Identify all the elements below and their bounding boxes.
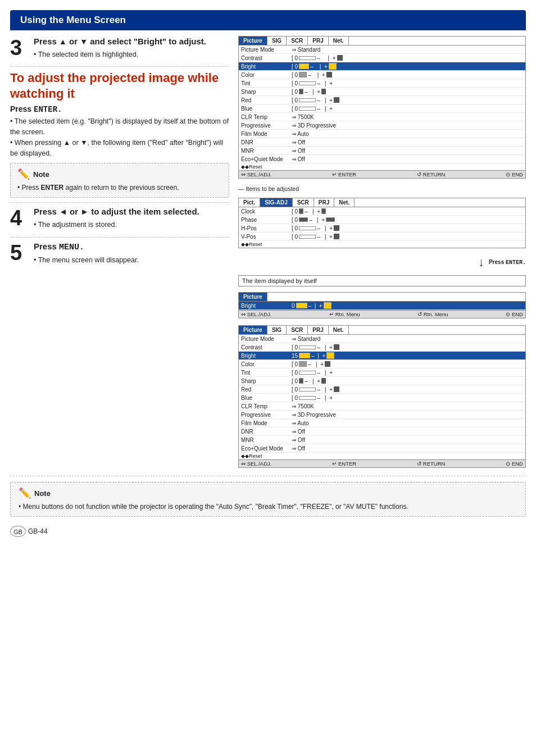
- right-column: Picture SIG SCR PRJ Net. Picture Mode ⇒ …: [238, 36, 526, 470]
- panel1-blue: Blue [ 0 – | +: [239, 104, 525, 113]
- panel1-film-mode: Film Mode ⇒ Auto: [239, 130, 525, 138]
- panel1-tab-picture: Picture: [239, 37, 267, 45]
- panel1-sharp: Sharp [ 0 – | +: [239, 88, 525, 96]
- panel3-footer-rtn-menu: ↵ Rtn. Menu: [329, 311, 360, 317]
- sigadj-tab-prj: PRJ: [314, 198, 334, 207]
- page-title: Using the Menu Screen: [20, 15, 126, 26]
- separator-1: [10, 66, 229, 67]
- panel1-dnr: DNR ⇒ Off: [239, 138, 525, 147]
- panel1-tab-scr: SCR: [287, 37, 308, 45]
- panel4-progressive: Progressive ⇒ 3D Progressive: [239, 411, 525, 419]
- panel4-tint: Tint [ 0 – | +: [239, 368, 525, 377]
- separator-2: [10, 202, 229, 203]
- red-heading: To adjust the projected image while watc…: [10, 70, 229, 101]
- step-4-body: The adjustment is stored.: [34, 220, 229, 230]
- step-3-content: Press ▲ or ▼ and select "Bright" to adju…: [34, 36, 229, 60]
- step-5-number: 5: [10, 242, 34, 263]
- sigadj-tab-scr: SCR: [293, 198, 314, 207]
- sigadj-tab-net: Net.: [334, 198, 355, 207]
- step-4-block: 4 Press ◄ or ► to adjust the item select…: [10, 206, 229, 230]
- panel3-bright: Bright 0 – | +: [239, 302, 525, 310]
- panel4-picture-mode: Picture Mode ⇒ Standard: [239, 335, 525, 343]
- panel4-film-mode: Film Mode ⇒ Auto: [239, 419, 525, 427]
- note-1-body: • Press ENTER again to return to the pre…: [17, 183, 222, 193]
- sigadj-reset: ◆◆Reset: [239, 241, 525, 248]
- step-4-number: 4: [10, 207, 34, 229]
- sigadj-hpos: H-Pos [ 0 – | +: [239, 224, 525, 233]
- panel1-tab-prj: PRJ: [308, 37, 328, 45]
- panel4-red: Red [ 0 – | +: [239, 385, 525, 394]
- panel4-footer: ⇔ SEL./ADJ. ↵ ENTER ↺ RETURN ⊙ END: [239, 459, 525, 467]
- panel1-footer-sel: ⇔ SEL./ADJ.: [241, 171, 271, 177]
- sigadj-clock: Clock [ 0 – | +: [239, 207, 525, 216]
- sigadj-panel: Pict. SIG-ADJ SCR PRJ Net. Clock [ 0 – |…: [238, 198, 526, 248]
- note-1-title: ✏️ Note: [17, 168, 222, 180]
- step-3-number: 3: [10, 37, 34, 58]
- panel4-tab-net: Net.: [329, 326, 349, 334]
- panel1-color: Color [ 0 – | +: [239, 71, 525, 79]
- press-enter-text: Press ENTER.: [489, 259, 526, 266]
- press-enter-body: The selected item (e.g. "Bright") is dis…: [10, 116, 229, 158]
- panel4-sharp: Sharp [ 0 – | +: [239, 377, 525, 385]
- panel3-tab-picture: Picture: [239, 293, 267, 301]
- step-4-title: Press ◄ or ► to adjust the item selected…: [34, 206, 229, 217]
- step-4-bullet-1: The adjustment is stored.: [34, 220, 229, 230]
- panel1-footer: ⇔ SEL./ADJ. ↵ ENTER ↺ RETURN ⊙ END: [239, 170, 525, 178]
- panel1-red: Red [ 0 – | +: [239, 96, 525, 104]
- panel4-tab-sig: SIG: [267, 326, 287, 334]
- panel4-dnr: DNR ⇒ Off: [239, 427, 525, 436]
- menu-panel-1: Picture SIG SCR PRJ Net. Picture Mode ⇒ …: [238, 36, 526, 179]
- panel4-footer-enter: ↵ ENTER: [332, 461, 356, 467]
- press-enter-arrow: ↓: [478, 255, 484, 270]
- panel1-tab-net: Net.: [329, 37, 349, 45]
- panel4-reset: ◆◆Reset: [239, 453, 525, 459]
- panel1-tint: Tint [ 0 – | +: [239, 79, 525, 88]
- step-3-block: 3 Press ▲ or ▼ and select "Bright" to ad…: [10, 36, 229, 60]
- step-5-title: Press MENU.: [34, 241, 229, 253]
- panel1-progressive: Progressive ⇒ 3D Progressive: [239, 121, 525, 130]
- panel4-blue: Blue [ 0 – | +: [239, 394, 525, 402]
- panel4-contrast: Contrast [ 0 – | +: [239, 343, 525, 352]
- left-column: 3 Press ▲ or ▼ and select "Bright" to ad…: [10, 36, 229, 470]
- separator-3: [10, 237, 229, 238]
- press-enter-heading: Press ENTER.: [10, 104, 229, 114]
- page-footer: GB GB-44: [0, 522, 536, 540]
- step-5-bullet-1: The menu screen will disappear.: [34, 255, 229, 266]
- panel1-footer-return: ↺ RETURN: [417, 171, 445, 177]
- sigadj-tab-pict: Pict.: [239, 198, 260, 207]
- panel4-header: Picture SIG SCR PRJ Net.: [239, 326, 525, 335]
- panel4-mnr: MNR ⇒ Off: [239, 436, 525, 444]
- panel1-contrast: Contrast [ 0 – | +: [239, 54, 525, 62]
- panel1-clr-temp: CLR Temp ⇒ 7500K: [239, 113, 525, 121]
- panel4-footer-end: ⊙ END: [506, 461, 523, 467]
- panel3-footer-sel: ⇔ SEL./ADJ.: [241, 311, 271, 317]
- sigadj-phase: Phase [ 0 – | +: [239, 216, 525, 224]
- panel4-footer-sel: ⇔ SEL./ADJ.: [241, 461, 271, 467]
- step-5-content: Press MENU. The menu screen will disappe…: [34, 241, 229, 266]
- items-label: — Items to be adjusted: [238, 185, 526, 192]
- note-2-body: • Menu buttons do not function while the…: [19, 502, 517, 512]
- sigadj-tab-sigadj: SIG-ADJ: [260, 198, 293, 207]
- panel3: Picture Bright 0 – | + ⇔ SEL./ADJ. ↵ Rtn…: [238, 292, 526, 318]
- panel4-eco-quiet: Eco+Quiet Mode ⇒ Off: [239, 444, 525, 453]
- panel4-tab-prj: PRJ: [308, 326, 328, 334]
- sigadj-vpos: V-Pos [ 0 – | +: [239, 233, 525, 241]
- note-2-title: ✏️ Note: [19, 487, 517, 499]
- page-header: Using the Menu Screen: [10, 10, 526, 30]
- panel1-bright: Bright [ 0 – | +: [239, 62, 525, 71]
- panel3-footer: ⇔ SEL./ADJ. ↵ Rtn. Menu ↺ Rtn. Menu ⊙ EN…: [239, 310, 525, 318]
- step-3-title: Press ▲ or ▼ and select "Bright" to adju…: [34, 36, 229, 47]
- panel4-footer-return: ↺ RETURN: [417, 461, 445, 467]
- press-enter-indicator: ↓ Press ENTER.: [238, 255, 526, 270]
- panel4-color: Color [ 0 – | +: [239, 360, 525, 368]
- press-enter-bullet-1: The selected item (e.g. "Bright") is dis…: [10, 116, 229, 138]
- displayed-label: The item displayed by itself: [238, 275, 526, 286]
- panel4-tab-scr: SCR: [287, 326, 308, 334]
- bottom-separator: [10, 476, 526, 476]
- panel4-clr-temp: CLR Temp ⇒ 7500K: [239, 402, 525, 411]
- panel4: Picture SIG SCR PRJ Net. Picture Mode ⇒ …: [238, 325, 526, 468]
- step-3-bullet-1: The selected item is highlighted.: [34, 49, 229, 60]
- panel1-picture-mode: Picture Mode ⇒ Standard: [239, 45, 525, 54]
- page-number: GB: [10, 526, 26, 537]
- panel4-bright: Bright 15 – | +: [239, 352, 525, 360]
